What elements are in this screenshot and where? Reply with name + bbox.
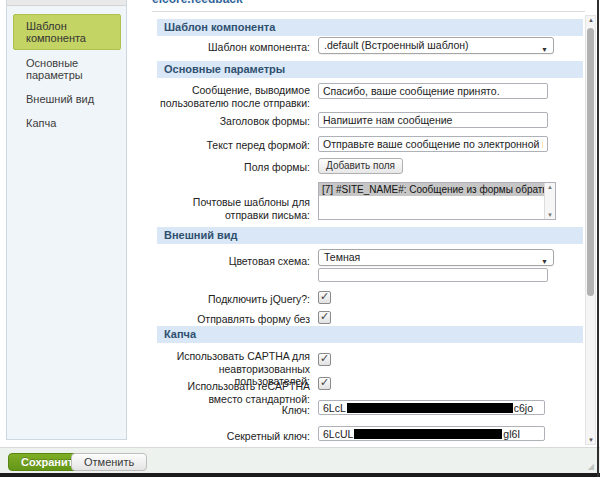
listbox-scrollbar[interactable]: ▲ ▼ bbox=[544, 183, 555, 219]
page-title: elcore.feedback bbox=[152, 0, 402, 6]
color-scheme-label: Цветовая схема: bbox=[157, 255, 310, 268]
color-scheme-value: Темная bbox=[324, 251, 360, 263]
captcha-secret-label: Секретный ключ: bbox=[157, 430, 310, 443]
message-input[interactable] bbox=[318, 83, 548, 99]
captcha-key-prefix: 6LcL bbox=[323, 402, 346, 414]
redaction-bar bbox=[347, 403, 513, 413]
footer-bar: Сохранить Отменить ◢ bbox=[0, 447, 600, 473]
scrollbar-thumb[interactable] bbox=[587, 28, 594, 296]
captcha-key-label: Ключ: bbox=[157, 404, 310, 417]
form-fields-label: Поля формы: bbox=[157, 161, 310, 174]
pre-text-input[interactable] bbox=[318, 136, 548, 152]
sidebar-item-main-params[interactable]: Основные параметры bbox=[13, 52, 121, 86]
section-header-appearance: Внешний вид bbox=[157, 227, 583, 244]
no-reload-checkbox[interactable] bbox=[318, 311, 331, 324]
chevron-down-icon: ▼ bbox=[541, 42, 548, 57]
section-header-captcha: Капча bbox=[157, 326, 583, 343]
content-scrollbar[interactable]: ▲ ▼ bbox=[585, 15, 596, 445]
captcha-key-input[interactable]: 6LcLc6jo bbox=[318, 400, 545, 415]
template-select-value: .default (Встроенный шаблон) bbox=[324, 39, 469, 51]
mail-template-option-selected[interactable]: [7] #SITE_NAME#: Сообщение из формы обра… bbox=[319, 183, 544, 196]
sidebar-top-strip bbox=[7, 0, 126, 6]
captcha-secret-suffix: gl6I bbox=[503, 428, 520, 440]
mail-templates-listbox[interactable]: [7] #SITE_NAME#: Сообщение из формы обра… bbox=[318, 182, 556, 220]
resize-grip-icon[interactable]: ◢ bbox=[588, 462, 594, 471]
sidebar-item-captcha[interactable]: Капча bbox=[13, 112, 121, 134]
chevron-down-icon: ▼ bbox=[541, 254, 548, 269]
cancel-button[interactable]: Отменить bbox=[71, 453, 147, 471]
scroll-down-icon[interactable]: ▼ bbox=[547, 212, 553, 218]
jquery-checkbox[interactable] bbox=[318, 291, 331, 304]
scroll-up-icon[interactable]: ▲ bbox=[588, 17, 594, 23]
sidebar-menu: Шаблон компонента Основные параметры Вне… bbox=[7, 14, 126, 136]
section-header-main: Основные параметры bbox=[157, 61, 583, 78]
use-captcha-checkbox[interactable] bbox=[318, 353, 331, 366]
redaction-bar bbox=[354, 429, 502, 439]
window-bottom-edge bbox=[0, 473, 600, 477]
component-settings-page: Шаблон компонента Основные параметры Вне… bbox=[0, 0, 600, 477]
mail-templates-label: Почтовые шаблоны для отправки письма: bbox=[157, 196, 310, 221]
sidebar-item-appearance[interactable]: Внешний вид bbox=[13, 88, 121, 110]
form-title-label: Заголовок формы: bbox=[157, 115, 310, 128]
window-right-edge bbox=[597, 0, 599, 477]
use-recaptcha-checkbox[interactable] bbox=[318, 377, 331, 390]
section-header-template: Шаблон компонента bbox=[157, 19, 583, 36]
use-recaptcha-label: Использовать reCAPTHA вместо стандартной… bbox=[157, 380, 310, 405]
captcha-key-suffix: c6jo bbox=[514, 402, 533, 414]
template-select-label: Шаблон компонента: bbox=[157, 41, 310, 54]
pre-text-label: Текст перед формой: bbox=[157, 139, 310, 152]
jquery-label: Подключить jQuery?: bbox=[157, 293, 310, 306]
scroll-down-icon[interactable]: ▼ bbox=[588, 437, 594, 443]
captcha-secret-prefix: 6LcUL bbox=[323, 428, 353, 440]
add-fields-button[interactable]: Добавить поля bbox=[318, 158, 403, 174]
sidebar-item-component-template[interactable]: Шаблон компонента bbox=[13, 14, 121, 50]
form-title-input[interactable] bbox=[318, 112, 548, 128]
scroll-up-icon[interactable]: ▲ bbox=[547, 184, 553, 190]
color-scheme-select[interactable]: Темная ▼ bbox=[318, 249, 554, 266]
title-divider bbox=[152, 11, 585, 12]
page-title-wrap: elcore.feedback bbox=[152, 0, 402, 7]
settings-sidebar: Шаблон компонента Основные параметры Вне… bbox=[6, 0, 127, 440]
template-select[interactable]: .default (Встроенный шаблон) ▼ bbox=[318, 37, 554, 54]
color-scheme-custom-input[interactable] bbox=[318, 268, 548, 282]
captcha-secret-input[interactable]: 6LcULgl6I bbox=[318, 426, 545, 441]
message-label: Сообщение, выводимое пользователю после … bbox=[157, 84, 310, 109]
